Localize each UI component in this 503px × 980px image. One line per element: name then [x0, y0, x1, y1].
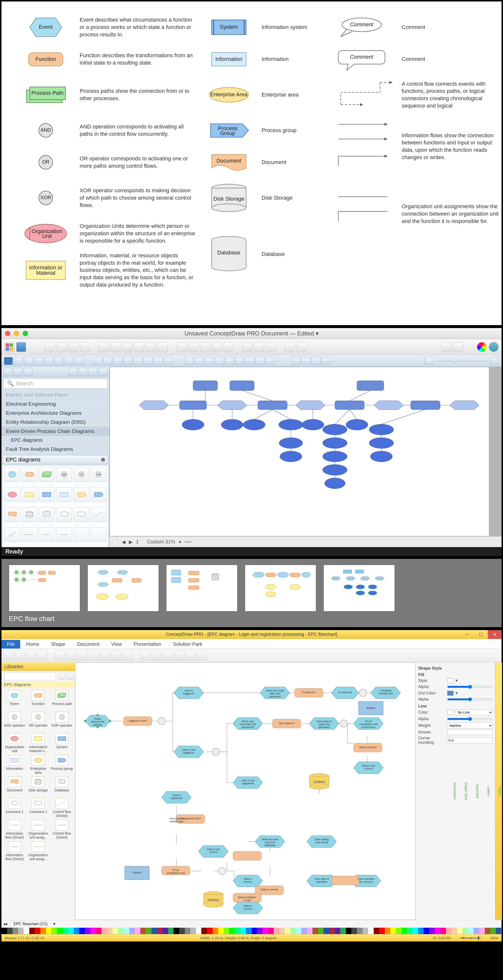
tool-icon[interactable]	[177, 342, 186, 352]
close-icon[interactable]: ⊗	[101, 457, 105, 463]
ribbon-tab[interactable]: Solution Park	[167, 640, 208, 649]
alpha-slider[interactable]	[447, 697, 493, 702]
tool-icon[interactable]	[254, 342, 264, 352]
tool-icon[interactable]	[163, 651, 173, 660]
stencil-item[interactable]	[91, 487, 107, 502]
tool2-icon[interactable]	[123, 357, 132, 365]
nav-item[interactable]: Enterprise Architecture Diagrams	[2, 409, 109, 418]
pointer-icon[interactable]	[4, 357, 13, 365]
print-icon[interactable]	[312, 357, 321, 365]
stencil-item[interactable]	[22, 507, 37, 522]
scroll-bar[interactable]: 📄◀▶1 Custom 31%▾ ▫▫▫▫	[110, 536, 501, 547]
thumb[interactable]	[245, 565, 316, 611]
stencil-item[interactable]	[22, 487, 37, 502]
alpha-slider[interactable]	[447, 684, 493, 690]
stencil-item[interactable]	[56, 507, 72, 522]
stencil-item[interactable]: Document	[3, 776, 26, 797]
color2-swatch[interactable]	[447, 691, 453, 696]
stencil-item[interactable]	[5, 507, 20, 522]
tool-icon[interactable]	[55, 651, 65, 660]
stencil-item[interactable]: Process path	[51, 690, 73, 710]
lib-icon[interactable]	[88, 368, 97, 376]
tool2-icon[interactable]	[24, 357, 33, 365]
tool-icon[interactable]	[200, 342, 210, 352]
tool-icon[interactable]	[188, 342, 198, 352]
tool2-icon[interactable]	[113, 357, 122, 365]
tool-icon[interactable]	[100, 651, 110, 660]
stencil-item[interactable]: Organization unit assig...	[27, 820, 49, 840]
nav-item[interactable]: Electric and Telecom Plans	[2, 390, 109, 399]
stencil-item[interactable]: OR	[73, 467, 89, 482]
stencil-item[interactable]	[5, 467, 20, 482]
tool-icon[interactable]	[266, 342, 276, 352]
tool-icon[interactable]	[285, 342, 294, 352]
stencil-item[interactable]	[5, 527, 20, 542]
nav-item-selected[interactable]: Event-Driven Process Chain Diagrams	[2, 427, 109, 436]
tool-icon[interactable]	[123, 342, 132, 352]
stencil-item[interactable]: OR operator	[27, 712, 49, 732]
stencil-item[interactable]	[39, 507, 54, 522]
tool2-icon[interactable]	[54, 357, 63, 365]
stencil-item[interactable]: Comment 2	[27, 798, 49, 818]
canvas[interactable]: Visitorentered thewebsite Logged-In user…	[75, 662, 415, 920]
tool-icon[interactable]	[146, 342, 156, 352]
tool-icon[interactable]	[111, 342, 120, 352]
stencil-item[interactable]: Process group	[51, 755, 73, 775]
stencil-item[interactable]	[39, 487, 54, 502]
info-icon[interactable]	[489, 342, 498, 352]
ribbon-tab[interactable]: Presentation	[128, 640, 167, 649]
canvas-area[interactable]: 📄◀▶1 Custom 31%▾ ▫▫▫▫	[110, 367, 501, 547]
stencil-item[interactable]: AND	[56, 467, 72, 482]
tool-icon[interactable]	[174, 651, 184, 660]
stencil-item[interactable]: Event	[3, 690, 26, 710]
tool2-icon[interactable]	[34, 357, 43, 365]
corner-input[interactable]	[447, 737, 493, 743]
tool-icon[interactable]	[224, 342, 233, 352]
minimize-icon[interactable]: ─	[460, 630, 474, 639]
tool-icon[interactable]	[56, 342, 66, 352]
stencil-item[interactable]: Database	[51, 776, 73, 797]
stencil-item[interactable]: XOR	[91, 467, 107, 482]
fit-icon[interactable]	[302, 357, 310, 365]
tool-icon[interactable]	[442, 342, 451, 352]
save-icon[interactable]	[16, 342, 26, 352]
color-icon[interactable]	[477, 342, 487, 352]
titlebar[interactable]: Unsaved ConceptDraw PRO Document — Edite…	[2, 328, 501, 339]
eyedropper-icon[interactable]	[322, 357, 331, 365]
stencil-item[interactable]: Disk storage	[27, 776, 49, 797]
tool2-icon[interactable]	[154, 357, 163, 365]
sheet-tabs[interactable]: ▸▸EPC flowchart (1/1)▾	[2, 920, 501, 928]
lib-icon[interactable]	[78, 368, 87, 376]
tool2-icon[interactable]	[164, 357, 172, 365]
tool-icon[interactable]	[68, 342, 78, 352]
tool2-icon[interactable]	[44, 357, 53, 365]
stencil-item[interactable]: Organization unit assig...	[27, 841, 49, 861]
tool-icon[interactable]	[158, 342, 168, 352]
color-palette[interactable]	[2, 928, 501, 934]
linecolor-select[interactable]: No Line	[455, 710, 493, 715]
nav-item[interactable]: Electrical Engineering	[2, 399, 109, 409]
tool-icon[interactable]	[243, 342, 252, 352]
stencil-item[interactable]: Control flow (Direct)	[51, 820, 73, 840]
maximize-icon[interactable]: ☐	[474, 630, 488, 639]
stencil-item[interactable]	[73, 507, 89, 522]
tool-icon[interactable]	[89, 651, 99, 660]
tool-icon[interactable]	[453, 342, 463, 352]
library-search[interactable]	[5, 672, 56, 680]
stencil-item[interactable]: AND operator	[3, 712, 26, 732]
style-swatch[interactable]	[447, 678, 453, 683]
stencil-item[interactable]: Information flow (Direct)	[3, 841, 26, 861]
tool2-icon[interactable]	[225, 357, 234, 365]
close-icon[interactable]: ✕	[488, 630, 501, 639]
stencil-item[interactable]: Information	[3, 755, 26, 775]
tool-icon[interactable]	[45, 342, 54, 352]
tool-icon[interactable]	[152, 651, 162, 660]
tool-icon[interactable]	[78, 651, 88, 660]
tool2-icon[interactable]	[134, 357, 142, 365]
tool-icon[interactable]	[15, 651, 25, 660]
thumb[interactable]	[88, 565, 159, 611]
tool-icon[interactable]	[112, 651, 121, 660]
stencil-item[interactable]	[39, 467, 54, 482]
stencil-item[interactable]	[73, 487, 89, 502]
stencil-item[interactable]	[5, 487, 20, 502]
